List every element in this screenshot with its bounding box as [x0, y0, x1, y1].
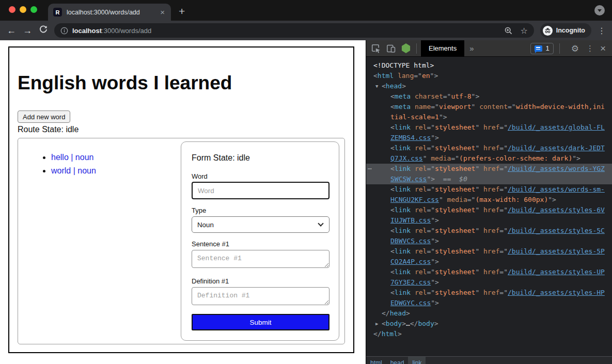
browser-tab[interactable]: R localhost:3000/words/add × — [48, 4, 171, 21]
dom-tree-node[interactable]: <!DOCTYPE html> — [366, 60, 612, 71]
definition-textarea[interactable] — [192, 287, 329, 305]
word-list: hello | nounworld | noun — [51, 153, 96, 180]
minimize-window-button[interactable] — [20, 6, 26, 13]
window-titlebar: R localhost:3000/words/add × + — [0, 0, 612, 21]
close-window-button[interactable] — [9, 6, 15, 13]
devtools-close-button[interactable]: × — [600, 43, 606, 54]
forward-button[interactable]: → — [23, 26, 32, 35]
submit-button[interactable]: Submit — [192, 314, 329, 330]
page-zoom-button[interactable] — [504, 26, 513, 35]
dom-tree-node[interactable]: <link rel="stylesheet" href="/build/_ass… — [366, 288, 612, 298]
type-select[interactable]: Noun — [192, 216, 329, 233]
dom-tree-node[interactable]: DBWVCS.css"> — [366, 236, 612, 246]
dom-tree-node[interactable]: ZEMBS4.css"> — [366, 133, 612, 143]
devtools-breadcrumb: htmlheadlink — [366, 356, 612, 364]
web-page: English words I learned Add new word Rou… — [0, 40, 366, 364]
dom-tree-node[interactable]: <meta charset="utf-8"> — [366, 91, 612, 102]
dom-tree-node[interactable]: tial-scale=1"> — [366, 112, 612, 122]
add-new-word-button[interactable]: Add new word — [18, 110, 70, 123]
dom-tree-node[interactable]: <meta name="viewport" content="width=dev… — [366, 102, 612, 112]
word-link[interactable]: hello | noun — [51, 153, 93, 162]
new-tab-button[interactable]: + — [179, 5, 185, 18]
page-title: English words I learned — [18, 72, 232, 94]
dom-tree-node[interactable]: <link rel="stylesheet" href="/build/_ass… — [366, 267, 612, 277]
sentence-label: Sentence #1 — [192, 240, 229, 248]
dom-tree-node[interactable]: <link rel="stylesheet" href="/build/_ass… — [366, 184, 612, 195]
devtools-toolbar: Elements » 1 ⚙ ⋮ × — [366, 40, 612, 57]
dom-tree-node[interactable]: </head> — [366, 308, 612, 319]
browser-menu-button[interactable]: ⋮ — [598, 26, 606, 36]
route-state-text: Route State: idle — [18, 125, 79, 134]
dom-tree-node[interactable]: <link rel="stylesheet" href="/build/_ass… — [366, 205, 612, 215]
device-toolbar-button[interactable] — [386, 43, 396, 54]
breadcrumb-item[interactable]: link — [408, 357, 426, 364]
browser-toolbar: ← → localhost:3000/words/add ☆ — [0, 21, 612, 40]
reload-button[interactable] — [39, 25, 48, 36]
dom-tree-node[interactable]: <link rel="stylesheet" href="/build/_ass… — [366, 226, 612, 236]
toolbar-divider — [559, 43, 560, 54]
tab-elements[interactable]: Elements — [421, 40, 464, 57]
dom-tree-node[interactable]: EDWGYC.css"> — [366, 298, 612, 308]
dom-tree-node[interactable]: SWCSW.css"> == $0 — [366, 174, 612, 184]
definition-label: Definition #1 — [192, 277, 229, 285]
dom-tree-node[interactable]: ⋯<link rel="stylesheet" href="/build/_as… — [366, 164, 612, 174]
site-info-icon[interactable] — [60, 27, 68, 35]
back-button[interactable]: ← — [7, 26, 16, 35]
issues-count: 1 — [545, 44, 549, 52]
inspect-cursor-icon — [371, 43, 381, 54]
dom-tree-node[interactable]: <link rel="stylesheet" href="/build/_ass… — [366, 143, 612, 153]
extension-hexagon-icon[interactable] — [401, 43, 411, 53]
add-word-form: Form State: idle Word Type Noun Sentence… — [181, 141, 339, 341]
tab-title: localhost:3000/words/add — [67, 9, 159, 16]
form-state-text: Form State: idle — [192, 153, 250, 163]
node-options-icon[interactable]: ⋯ — [368, 164, 371, 174]
more-tabs-button[interactable]: » — [469, 44, 474, 53]
issues-bubble-icon — [535, 45, 542, 52]
dom-tree-node[interactable]: CO2A4P.css"> — [366, 257, 612, 267]
traffic-lights — [9, 6, 37, 13]
devtools-settings-button[interactable]: ⚙ — [571, 43, 579, 54]
devtools-menu-button[interactable]: ⋮ — [586, 44, 594, 53]
tab-search-button[interactable] — [594, 5, 605, 15]
breadcrumb-item[interactable]: html — [366, 357, 386, 364]
device-toolbar-icon — [386, 43, 396, 54]
breadcrumb-item[interactable]: head — [386, 357, 409, 364]
dom-tree-node[interactable]: Q7JX.css" media="(prefers-color-scheme: … — [366, 153, 612, 164]
word-input[interactable] — [192, 182, 329, 199]
dom-tree-node[interactable]: ▼<head> — [366, 81, 612, 91]
incognito-badge: Incognito — [540, 23, 591, 38]
word-list-item: hello | noun — [51, 153, 96, 162]
toolbar-divider — [416, 43, 417, 54]
devtools-panel: Elements » 1 ⚙ ⋮ × <!DOCTYPE html><html … — [366, 40, 612, 364]
sentence-textarea[interactable] — [192, 250, 329, 268]
incognito-label: Incognito — [556, 27, 585, 34]
words-container: hello | nounworld | noun Form State: idl… — [18, 138, 345, 344]
dom-tree-node[interactable]: ▶<body>…</body> — [366, 319, 612, 329]
remix-favicon-icon: R — [53, 8, 62, 17]
bookmark-star-icon[interactable]: ☆ — [520, 26, 527, 36]
address-bar[interactable]: localhost:3000/words/add ☆ — [54, 23, 534, 38]
dom-tree-node[interactable]: IUJWTB.css"> — [366, 215, 612, 226]
collapse-arrow-icon[interactable]: ▼ — [375, 81, 378, 91]
content-area: English words I learned Add new word Rou… — [0, 40, 612, 364]
dom-tree-node[interactable]: <link rel="stylesheet" href="/build/_ass… — [366, 246, 612, 257]
type-label: Type — [192, 207, 206, 214]
word-link[interactable]: world | noun — [51, 166, 96, 175]
maximize-window-button[interactable] — [30, 6, 37, 13]
tab-close-icon[interactable]: × — [159, 8, 166, 16]
inspect-element-button[interactable] — [371, 43, 381, 54]
dom-tree-node[interactable]: <link rel="stylesheet" href="/build/_ass… — [366, 122, 612, 133]
dom-tree-node[interactable]: </html> — [366, 329, 612, 339]
expand-arrow-icon[interactable]: ▶ — [375, 319, 378, 329]
incognito-icon — [543, 26, 553, 36]
dom-tree-node[interactable]: 7GY3E2.css"> — [366, 277, 612, 288]
page-border-box: English words I learned Add new word Rou… — [8, 46, 354, 353]
word-label: Word — [192, 172, 208, 180]
word-list-item: world | noun — [51, 166, 96, 176]
dom-tree-node[interactable]: <html lang="en"> — [366, 71, 612, 81]
dom-tree-node[interactable]: HCNGU2KF.css" media="(max-width: 600px)"… — [366, 195, 612, 205]
reload-icon — [39, 25, 48, 34]
url-text: localhost:3000/words/add — [72, 27, 151, 35]
chevron-down-icon — [598, 9, 602, 14]
issues-counter[interactable]: 1 — [530, 43, 553, 54]
